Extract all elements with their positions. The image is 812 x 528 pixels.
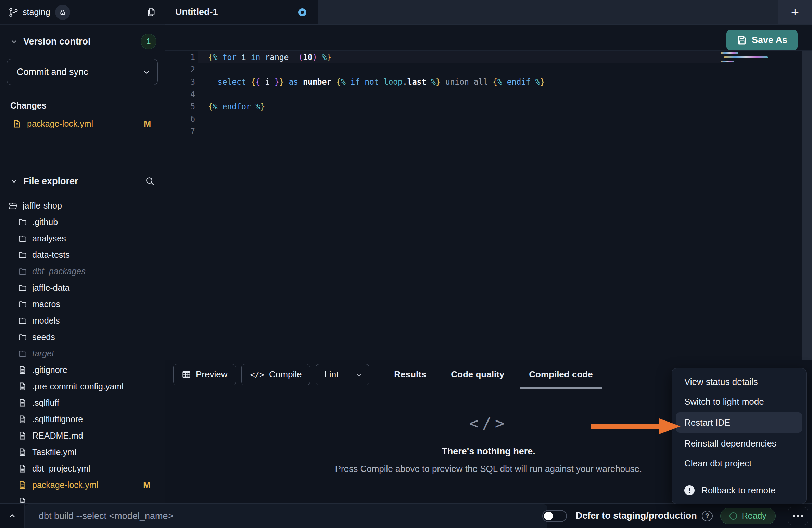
new-tab-button[interactable]: + (778, 0, 812, 24)
menu-item-reinstall-dependencies[interactable]: Reinstall dependencies (672, 433, 806, 453)
tab-untitled-1[interactable]: Untitled-1 (165, 0, 318, 24)
file-tree-item-.github[interactable]: .github (0, 214, 165, 230)
status-badge[interactable]: Ready (720, 508, 776, 524)
file-tree-item-.gitignore[interactable]: .gitignore (0, 362, 165, 378)
branch-name[interactable]: staging (23, 7, 50, 17)
results-tab-code-quality[interactable]: Code quality (451, 360, 504, 389)
minimap (721, 52, 803, 65)
menu-item-label: Rollback to remote (701, 485, 776, 496)
save-as-label: Save As (752, 35, 787, 46)
file-explorer-title: File explorer (23, 176, 78, 187)
command-bar: dbt build --select <model_name> Defer to… (0, 503, 812, 528)
code-line-2[interactable]: 2 (165, 63, 802, 76)
collapse-panel-button[interactable] (0, 504, 25, 528)
changed-file-row[interactable]: package-lock.yml M (0, 116, 165, 131)
compile-button[interactable]: </> Compile (241, 364, 310, 385)
file-name: .pre-commit-config.yaml (32, 381, 124, 391)
lint-button[interactable]: Lint (316, 364, 369, 385)
file-tree-item-jaffle-data[interactable]: jaffle-data (0, 279, 165, 296)
folder-icon (18, 217, 27, 227)
commit-and-sync-button[interactable]: Commit and sync (7, 59, 158, 85)
toolbar-divider (363, 360, 363, 389)
preview-label: Preview (196, 369, 227, 380)
help-icon[interactable]: ? (702, 511, 713, 521)
results-tab-results[interactable]: Results (394, 360, 426, 389)
code-line-6[interactable]: 6 (165, 113, 802, 125)
file-tree-item-dbt_packages[interactable]: dbt_packages (0, 263, 165, 279)
lint-label: Lint (324, 369, 339, 380)
file-icon (18, 480, 27, 490)
menu-item-label: View status details (684, 377, 758, 387)
file-name: target (32, 349, 54, 359)
code-line-3[interactable]: 3 select {{ i }} as number {% if not loo… (165, 76, 802, 88)
file-tree-item-.sqlfluffignore[interactable]: .sqlfluffignore (0, 411, 165, 427)
file-explorer-section: File explorer jaffle-shop.githubanalyses… (0, 167, 165, 503)
file-tree-item-target[interactable]: target (0, 345, 165, 362)
file-tree-item-seeds[interactable]: seeds (0, 329, 165, 345)
folder-open-icon (8, 201, 17, 210)
line-number: 7 (165, 125, 195, 137)
copy-branch-icon[interactable] (145, 7, 156, 18)
menu-item-restart-ide[interactable]: Restart IDE (676, 412, 802, 433)
file-tree-item-models[interactable]: models (0, 312, 165, 329)
search-icon[interactable] (145, 176, 155, 186)
menu-item-view-status-details[interactable]: View status details (672, 372, 806, 392)
menu-item-switch-to-light-mode[interactable]: Switch to light mode (672, 392, 806, 412)
file-tree-item-dbt_project.yml[interactable]: dbt_project.yml (0, 460, 165, 477)
file-icon (18, 464, 27, 473)
empty-state-code-icon: </> (469, 414, 508, 432)
defer-toggle[interactable] (542, 510, 567, 522)
code-editor[interactable]: Save As 1{% for i in range (10) %}23 sel… (165, 25, 812, 360)
file-tree-item-README.md[interactable]: README.md (0, 427, 165, 444)
file-tree-item-Taskfile.yml[interactable]: Taskfile.yml (0, 444, 165, 460)
code-line-4[interactable]: 4 (165, 88, 802, 100)
file-tree-item-.pre-commit-config.yaml[interactable]: .pre-commit-config.yaml (0, 378, 165, 394)
version-control-header[interactable]: Version control 1 (0, 25, 165, 49)
preview-button[interactable]: Preview (173, 364, 236, 385)
compile-label: Compile (269, 369, 302, 380)
menu-item-rollback-to-remote[interactable]: !Rollback to remote (672, 480, 806, 500)
defer-label: Defer to staging/production (576, 511, 697, 521)
save-as-button[interactable]: Save As (726, 30, 798, 50)
file-explorer-header[interactable]: File explorer (0, 167, 165, 190)
file-tree-item-partial[interactable] (0, 493, 165, 503)
chevron-down-icon (10, 177, 18, 185)
folder-icon (18, 300, 27, 309)
ide-options-menu: View status detailsSwitch to light modeR… (672, 368, 807, 504)
file-icon (18, 497, 27, 504)
menu-item-clean-dbt-project[interactable]: Clean dbt project (672, 453, 806, 473)
code-text (195, 113, 208, 125)
file-tree-item-analyses[interactable]: analyses (0, 230, 165, 247)
changes-count-badge: 1 (141, 34, 156, 49)
results-tab-compiled-code[interactable]: Compiled code (529, 360, 593, 389)
file-tree-item-macros[interactable]: macros (0, 296, 165, 312)
file-icon (18, 382, 27, 391)
changed-file-name: package-lock.yml (27, 119, 93, 129)
menu-divider (672, 477, 806, 477)
save-icon (737, 35, 747, 45)
file-name: .gitignore (32, 365, 67, 375)
file-name: package-lock.yml (32, 480, 98, 490)
version-control-title: Version control (23, 36, 91, 47)
lint-options-caret[interactable] (349, 364, 369, 385)
command-input[interactable]: dbt build --select <model_name> (25, 504, 547, 528)
editor-tab-bar: Untitled-1 + (165, 0, 812, 25)
file-name: .github (32, 217, 58, 227)
more-options-button[interactable] (788, 507, 808, 525)
file-tree-item-jaffle-shop[interactable]: jaffle-shop (0, 197, 165, 214)
file-tree-item-package-lock.yml[interactable]: package-lock.ymlM (0, 477, 165, 493)
file-tree-item-data-tests[interactable]: data-tests (0, 247, 165, 263)
code-line-5[interactable]: 5{% endfor %} (165, 100, 802, 113)
branch-header: staging (0, 0, 165, 25)
file-name: dbt_project.yml (32, 464, 90, 474)
file-name: Taskfile.yml (32, 447, 76, 457)
folder-icon (18, 332, 27, 342)
file-tree-item-.sqlfluff[interactable]: .sqlfluff (0, 394, 165, 411)
line-number: 6 (165, 113, 195, 125)
code-icon: </> (250, 370, 264, 379)
commit-options-caret[interactable] (135, 59, 157, 85)
editor-scrollbar[interactable] (802, 51, 812, 360)
code-line-1[interactable]: 1{% for i in range (10) %} (165, 51, 802, 63)
table-icon (182, 370, 191, 379)
code-line-7[interactable]: 7 (165, 125, 802, 137)
